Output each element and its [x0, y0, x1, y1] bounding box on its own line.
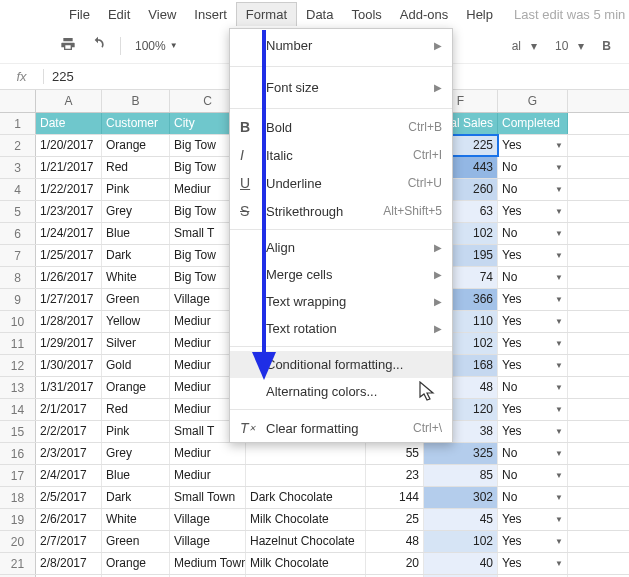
menu-format[interactable]: Format — [236, 2, 297, 26]
menu-item-clear-formatting[interactable]: T✕ Clear formatting Ctrl+\ — [230, 414, 452, 442]
cell-city[interactable]: Small Town — [170, 487, 246, 508]
row-header[interactable]: 7 — [0, 245, 36, 266]
row-header[interactable]: 19 — [0, 509, 36, 530]
dropdown-arrow-icon[interactable]: ▼ — [555, 427, 563, 436]
cell-customer[interactable]: Green — [102, 289, 170, 310]
cell-customer[interactable]: Green — [102, 531, 170, 552]
cell-completed[interactable]: Yes▼ — [498, 553, 568, 574]
cell-product[interactable]: Milk Chocolate — [246, 509, 366, 530]
dropdown-arrow-icon[interactable]: ▼ — [555, 185, 563, 194]
cell-total[interactable]: 325 — [424, 443, 498, 464]
menu-item-merge[interactable]: Merge cells ▶ — [230, 261, 452, 288]
row-header[interactable]: 21 — [0, 553, 36, 574]
cell-product[interactable]: Milk Chocolate — [246, 553, 366, 574]
cell-completed[interactable]: Yes▼ — [498, 289, 568, 310]
cell-date[interactable]: 1/22/2017 — [36, 179, 102, 200]
cell-total[interactable]: 102 — [424, 531, 498, 552]
cell-customer[interactable]: Red — [102, 157, 170, 178]
bold-button[interactable]: B — [602, 39, 611, 53]
cell-completed[interactable]: Yes▼ — [498, 135, 568, 156]
cell-completed[interactable]: No▼ — [498, 443, 568, 464]
row-header[interactable]: 20 — [0, 531, 36, 552]
cell-completed[interactable]: No▼ — [498, 157, 568, 178]
dropdown-arrow-icon[interactable]: ▼ — [555, 559, 563, 568]
cell-completed[interactable]: Yes▼ — [498, 245, 568, 266]
row-header[interactable]: 12 — [0, 355, 36, 376]
menu-item-italic[interactable]: I Italic Ctrl+I — [230, 141, 452, 169]
cell-completed[interactable]: Yes▼ — [498, 399, 568, 420]
dropdown-arrow-icon[interactable]: ▼ — [555, 229, 563, 238]
cell-qty[interactable]: 20 — [366, 553, 424, 574]
menu-edit[interactable]: Edit — [99, 3, 139, 26]
undo-icon[interactable] — [90, 36, 106, 55]
cell-customer[interactable]: Silver — [102, 333, 170, 354]
cell-date[interactable]: 1/20/2017 — [36, 135, 102, 156]
dropdown-arrow-icon[interactable]: ▼ — [555, 361, 563, 370]
col-header-a[interactable]: A — [36, 90, 102, 112]
cell-date[interactable]: 2/4/2017 — [36, 465, 102, 486]
cell-date[interactable]: 1/25/2017 — [36, 245, 102, 266]
cell-header[interactable]: Date — [36, 113, 102, 134]
menu-item-textwrap[interactable]: Text wrapping ▶ — [230, 288, 452, 315]
cell-total[interactable]: 85 — [424, 465, 498, 486]
row-header[interactable]: 9 — [0, 289, 36, 310]
cell-header[interactable]: Customer — [102, 113, 170, 134]
dropdown-arrow-icon[interactable]: ▼ — [555, 207, 563, 216]
cell-completed[interactable]: Yes▼ — [498, 355, 568, 376]
dropdown-arrow-icon[interactable]: ▼ — [555, 471, 563, 480]
font-size-dropdown[interactable]: 10 ▾ — [555, 39, 584, 53]
cell-customer[interactable]: Gold — [102, 355, 170, 376]
cell-customer[interactable]: Dark — [102, 487, 170, 508]
cell-date[interactable]: 1/29/2017 — [36, 333, 102, 354]
cell-city[interactable]: Mediur — [170, 443, 246, 464]
cell-customer[interactable]: Orange — [102, 377, 170, 398]
menu-tools[interactable]: Tools — [342, 3, 390, 26]
menu-view[interactable]: View — [139, 3, 185, 26]
menu-item-align[interactable]: Align ▶ — [230, 234, 452, 261]
dropdown-arrow-icon[interactable]: ▼ — [555, 383, 563, 392]
cell-customer[interactable]: Grey — [102, 201, 170, 222]
cell-customer[interactable]: Orange — [102, 135, 170, 156]
cell-completed[interactable]: No▼ — [498, 377, 568, 398]
row-header[interactable]: 18 — [0, 487, 36, 508]
cell-customer[interactable]: Grey — [102, 443, 170, 464]
cell-completed[interactable]: No▼ — [498, 223, 568, 244]
cell-city[interactable]: Mediur — [170, 465, 246, 486]
cell-completed[interactable]: No▼ — [498, 465, 568, 486]
col-header-g[interactable]: G — [498, 90, 568, 112]
row-header[interactable]: 2 — [0, 135, 36, 156]
cell-customer[interactable]: Dark — [102, 245, 170, 266]
menu-item-number[interactable]: Number ▶ — [230, 29, 452, 62]
cell-completed[interactable]: Yes▼ — [498, 531, 568, 552]
dropdown-arrow-icon[interactable]: ▼ — [555, 405, 563, 414]
cell-date[interactable]: 1/31/2017 — [36, 377, 102, 398]
cell-qty[interactable]: 25 — [366, 509, 424, 530]
cell-total[interactable]: 302 — [424, 487, 498, 508]
menu-help[interactable]: Help — [457, 3, 502, 26]
cell-completed[interactable]: Yes▼ — [498, 311, 568, 332]
cell-completed[interactable]: Yes▼ — [498, 421, 568, 442]
dropdown-arrow-icon[interactable]: ▼ — [555, 317, 563, 326]
dropdown-arrow-icon[interactable]: ▼ — [555, 493, 563, 502]
row-header[interactable]: 15 — [0, 421, 36, 442]
row-header[interactable]: 5 — [0, 201, 36, 222]
menu-item-alternating-colors[interactable]: Alternating colors... — [230, 378, 452, 405]
col-header-b[interactable]: B — [102, 90, 170, 112]
cell-date[interactable]: 2/7/2017 — [36, 531, 102, 552]
dropdown-arrow-icon[interactable]: ▼ — [555, 163, 563, 172]
cell-product[interactable] — [246, 443, 366, 464]
cell-city[interactable]: Medium Town — [170, 553, 246, 574]
cell-date[interactable]: 2/6/2017 — [36, 509, 102, 530]
zoom-level[interactable]: 100% ▼ — [135, 39, 178, 53]
row-header[interactable]: 17 — [0, 465, 36, 486]
row-header-1[interactable]: 1 — [0, 113, 36, 134]
row-header[interactable]: 16 — [0, 443, 36, 464]
cell-completed[interactable]: No▼ — [498, 267, 568, 288]
cell-date[interactable]: 1/30/2017 — [36, 355, 102, 376]
cell-city[interactable]: Village — [170, 509, 246, 530]
row-header[interactable]: 8 — [0, 267, 36, 288]
dropdown-arrow-icon[interactable]: ▼ — [555, 449, 563, 458]
cell-date[interactable]: 2/1/2017 — [36, 399, 102, 420]
menu-addons[interactable]: Add-ons — [391, 3, 457, 26]
dropdown-arrow-icon[interactable]: ▼ — [555, 515, 563, 524]
